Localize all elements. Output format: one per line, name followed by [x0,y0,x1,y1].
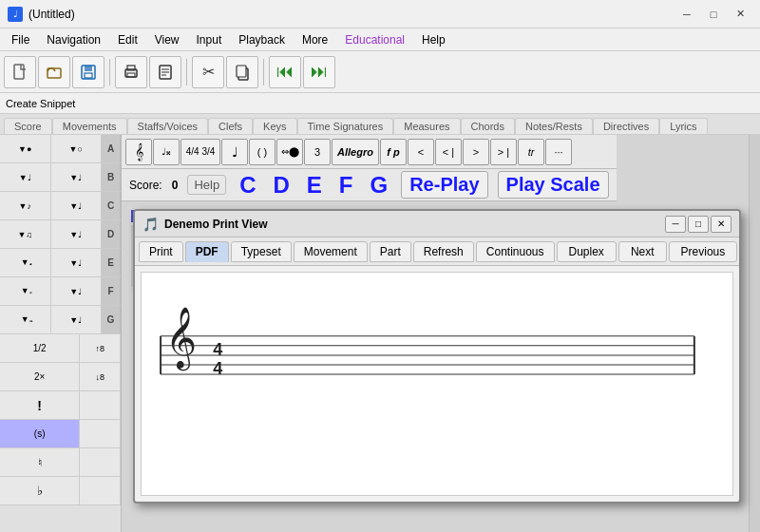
tab-lyrics[interactable]: Lyrics [659,118,707,134]
minimize-button[interactable]: ─ [674,5,699,24]
play-scale-button[interactable]: Play Scale [498,171,609,199]
print-tab-print[interactable]: Print [139,241,183,262]
letter-c[interactable]: C [236,172,259,199]
tab-clefs[interactable]: Clefs [208,118,253,134]
forward-button[interactable]: ⏭ [303,56,335,88]
copy-button[interactable] [226,56,258,88]
print-tab-continuous[interactable]: Continuous [476,241,555,262]
arrow-btn[interactable]: ⇔⬤ [276,139,303,165]
gt-btn[interactable]: > [463,139,489,165]
pal-e-left[interactable]: ▼𝅘 [0,249,51,276]
tr-btn[interactable]: tr [518,139,544,165]
dialog-close-button[interactable]: ✕ [711,216,732,233]
pal-s-btn[interactable]: (s) [0,420,80,447]
pal-b-right[interactable]: ▼♩ [51,163,103,191]
menu-more[interactable]: More [294,31,335,48]
gtbar-btn[interactable]: > | [490,139,517,165]
letter-d[interactable]: D [269,172,293,199]
pal-d-right[interactable]: ▼♩ [51,220,103,248]
pal-flat-btn[interactable]: ♭ [0,477,80,504]
pal-label-g: G [102,306,121,333]
print-tab-refresh[interactable]: Refresh [413,241,474,262]
print-tab-typeset[interactable]: Typeset [231,241,292,262]
lt-btn[interactable]: < [408,139,434,165]
pal-half-btn[interactable]: 1/2 [0,334,80,362]
tab-staffsvoices[interactable]: Staffs/Voices [127,118,208,134]
help-label[interactable]: Help [187,175,226,195]
pal-f-right[interactable]: ▼♩ [51,277,103,305]
scrollbar-vertical[interactable] [749,135,760,532]
tab-movements[interactable]: Movements [52,118,127,134]
allegro-btn[interactable]: Allegro [332,139,379,165]
pal-d-left[interactable]: ▼♫ [0,220,51,248]
key-sig-btn[interactable]: ♩𝄪 [153,139,180,165]
pal-b-left[interactable]: ▼♩ [0,163,51,191]
triplet-btn[interactable]: 3 [304,139,331,165]
fp-btn[interactable]: f p [380,139,407,165]
palette-row-2x: 2× ↓8 [0,363,121,391]
print-button[interactable] [115,56,147,88]
tab-chords[interactable]: Chords [461,118,515,134]
note-btn[interactable]: ♩ [221,139,248,165]
menu-file[interactable]: File [4,31,37,48]
paren-btn[interactable]: ( ) [249,139,276,165]
print-tab-pdf[interactable]: PDF [185,241,229,262]
menu-playback[interactable]: Playback [231,31,293,48]
letter-f[interactable]: F [335,172,357,199]
pal-e-right[interactable]: ▼♩ [51,249,103,276]
previous-button[interactable]: Previous [669,241,738,262]
close-button[interactable]: ✕ [728,5,752,24]
clef-btn[interactable]: 𝄞 [125,139,152,165]
letter-g[interactable]: G [367,172,392,199]
tab-keys[interactable]: Keys [253,118,296,134]
toolbar-sep-2 [186,59,187,86]
rewind-button[interactable]: ⏮ [269,56,301,88]
maximize-button[interactable]: □ [701,5,726,24]
pal-flat-r[interactable] [80,477,121,504]
menu-educational[interactable]: Educational [337,31,412,48]
replay-button[interactable]: Re-Play [401,171,487,199]
pal-g-left[interactable]: ▼𝅝 [0,306,51,333]
pal-exclaim-r[interactable] [80,391,121,419]
pal-s-r[interactable] [80,420,121,447]
pal-a-left[interactable]: ▼● [0,135,51,162]
tab-timesig[interactable]: Time Signatures [297,118,394,134]
menu-view[interactable]: View [147,31,187,48]
duplex-button[interactable]: Duplex [557,241,617,262]
print-tab-movement[interactable]: Movement [294,241,368,262]
tab-notesrests[interactable]: Notes/Rests [515,118,593,134]
time-sig-btn[interactable]: 4/4 3/4 [180,139,220,165]
pal-up8-btn[interactable]: ↑8 [80,334,121,362]
next-button[interactable]: Next [618,241,667,262]
dialog-maximize-button[interactable]: □ [688,216,709,233]
pal-natural-r[interactable] [80,448,121,476]
pal-natural-btn[interactable]: ♮ [0,448,80,476]
new-button[interactable] [4,56,36,88]
pal-c-right[interactable]: ▼♩ [51,192,103,219]
pal-f-left[interactable]: ▼𝅗 [0,277,51,305]
cut-button[interactable]: ✂ [192,56,224,88]
pal-g-right[interactable]: ▼♩ [51,306,103,333]
pal-down8-btn[interactable]: ↓8 [80,363,121,390]
open-button[interactable] [38,56,70,88]
print-right-buttons: Duplex Next Previous [557,241,738,262]
pal-a-right[interactable]: ▼○ [51,135,103,162]
menu-edit[interactable]: Edit [110,31,145,48]
print2-button[interactable] [149,56,181,88]
tab-score[interactable]: Score [4,118,52,134]
save-button[interactable] [72,56,104,88]
letter-e[interactable]: E [303,172,326,199]
tab-measures[interactable]: Measures [393,118,460,134]
pal-c-left[interactable]: ▼♪ [0,192,51,219]
menu-navigation[interactable]: Navigation [39,31,108,48]
print-tabs: Print PDF Typeset Movement Part Refresh … [135,238,739,266]
pal-exclaim-btn[interactable]: ! [0,391,80,419]
pal-2x-btn[interactable]: 2× [0,363,80,390]
menu-input[interactable]: Input [189,31,230,48]
ltbar-btn[interactable]: < | [435,139,462,165]
dialog-minimize-button[interactable]: ─ [665,216,686,233]
menu-help[interactable]: Help [414,31,453,48]
tab-directives[interactable]: Directives [593,118,659,134]
more-btn[interactable]: ··· [545,139,572,165]
print-tab-part[interactable]: Part [370,241,411,262]
